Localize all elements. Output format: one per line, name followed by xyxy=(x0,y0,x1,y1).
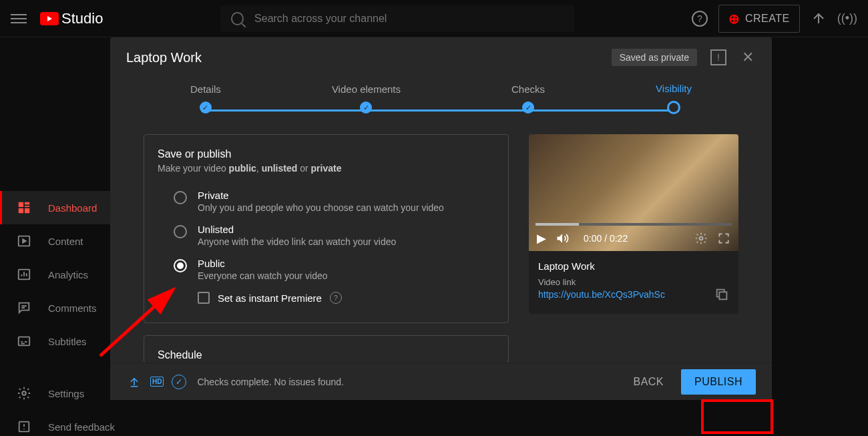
instant-premiere-checkbox[interactable]: Set as instant Premiere ? xyxy=(158,286,495,309)
sidebar-item-label: Settings xyxy=(48,388,84,399)
modal-header: Laptop Work Saved as private ! ✕ xyxy=(110,37,772,77)
check-icon: ✓ xyxy=(360,101,372,114)
dashboard-icon xyxy=(16,200,32,216)
gear-icon xyxy=(16,385,32,401)
sidebar-item-label: Dashboard xyxy=(48,202,97,214)
visibility-option-public[interactable]: PublicEveryone can watch your video xyxy=(158,252,495,286)
step-current-icon xyxy=(667,101,680,114)
play-icon[interactable]: ▶ xyxy=(537,231,546,246)
sidebar-item-label: Send feedback xyxy=(48,421,115,433)
copy-icon[interactable] xyxy=(714,287,729,302)
svg-rect-11 xyxy=(719,292,726,299)
checkbox-icon xyxy=(198,292,210,304)
svg-point-10 xyxy=(700,237,703,240)
radio-icon xyxy=(174,225,187,238)
send-feedback-icon[interactable]: ! xyxy=(710,49,726,65)
content-icon xyxy=(16,233,32,249)
video-preview-panel: ▶ 0:00 / 0:22 Laptop Work Video link htt… xyxy=(529,134,738,363)
step-checks[interactable]: Checks✓ xyxy=(511,83,545,114)
svg-rect-0 xyxy=(19,202,23,207)
radio-selected-icon xyxy=(174,259,187,272)
search-input[interactable] xyxy=(254,13,564,25)
publish-button[interactable]: PUBLISH xyxy=(681,369,756,395)
sidebar-item-label: Content xyxy=(48,236,83,247)
save-status-badge: Saved as private xyxy=(612,49,697,66)
modal-title: Laptop Work xyxy=(126,50,612,65)
schedule-box[interactable]: Schedule xyxy=(144,335,509,363)
upload-icon[interactable] xyxy=(811,11,827,27)
video-thumbnail[interactable]: ▶ 0:00 / 0:22 xyxy=(529,134,738,251)
check-icon: ✓ xyxy=(522,101,534,114)
app-header: Studio ? ⊕ CREATE ((•)) xyxy=(0,0,868,37)
step-video-elements[interactable]: Video elements✓ xyxy=(332,83,401,114)
hamburger-menu-icon[interactable] xyxy=(11,11,27,27)
feedback-icon xyxy=(16,419,32,435)
sidebar-item-label: Comments xyxy=(48,302,97,314)
sidebar-item-label: Analytics xyxy=(48,269,88,280)
comments-icon xyxy=(16,300,32,316)
footer-status-text: Checks complete. No issues found. xyxy=(197,377,343,387)
search-icon xyxy=(231,12,244,25)
help-icon[interactable]: ? xyxy=(692,11,708,27)
hd-badge-icon: HD xyxy=(150,377,164,387)
youtube-play-icon xyxy=(40,12,59,25)
box-title: Save or publish xyxy=(158,148,495,160)
modal-body: Save or publish Make your video public, … xyxy=(110,114,772,363)
visibility-option-private[interactable]: PrivateOnly you and people who you choos… xyxy=(158,184,495,218)
progress-stepper: Details✓ Video elements✓ Checks✓ Visibil… xyxy=(110,83,772,114)
video-preview: ▶ 0:00 / 0:22 Laptop Work Video link htt… xyxy=(529,134,738,314)
sidebar-item-label: Subtitles xyxy=(48,336,87,347)
svg-rect-1 xyxy=(25,202,29,205)
video-link[interactable]: https://youtu.be/XcQs3PvahSc xyxy=(538,289,665,300)
analytics-icon xyxy=(16,266,32,282)
logo-text: Studio xyxy=(61,10,103,27)
upload-status-icons: HD ✓ xyxy=(126,374,186,390)
visibility-option-unlisted[interactable]: UnlistedAnyone with the video link can w… xyxy=(158,218,495,252)
settings-icon[interactable] xyxy=(694,232,708,245)
header-actions: ? ⊕ CREATE ((•)) xyxy=(692,5,857,33)
sidebar-item-feedback[interactable]: Send feedback xyxy=(0,410,171,436)
create-button[interactable]: ⊕ CREATE xyxy=(718,5,800,33)
create-plus-icon: ⊕ xyxy=(728,11,740,27)
box-subtitle: Make your video public, unlisted or priv… xyxy=(158,163,495,174)
upload-progress-icon xyxy=(126,374,142,390)
svg-rect-2 xyxy=(25,206,29,207)
annotation-highlight xyxy=(701,399,773,434)
visibility-options-panel: Save or publish Make your video public, … xyxy=(144,134,509,363)
fullscreen-icon[interactable] xyxy=(717,232,730,245)
subtitles-icon xyxy=(16,333,32,349)
video-time: 0:00 / 0:22 xyxy=(584,233,628,244)
step-details[interactable]: Details✓ xyxy=(190,83,221,114)
svg-point-8 xyxy=(22,391,26,395)
create-label: CREATE xyxy=(745,13,790,25)
video-controls: ▶ 0:00 / 0:22 xyxy=(529,226,738,251)
checks-complete-icon: ✓ xyxy=(172,375,186,389)
check-icon: ✓ xyxy=(200,101,212,114)
video-link-row: https://youtu.be/XcQs3PvahSc xyxy=(538,287,729,302)
svg-rect-4 xyxy=(25,208,29,213)
step-visibility[interactable]: Visibility xyxy=(656,83,692,114)
radio-icon xyxy=(174,191,187,204)
studio-logo[interactable]: Studio xyxy=(40,10,103,27)
close-icon[interactable]: ✕ xyxy=(740,49,756,65)
video-link-label: Video link xyxy=(538,277,729,287)
volume-icon[interactable] xyxy=(556,232,569,245)
preview-video-title: Laptop Work xyxy=(538,260,729,272)
progress-bar[interactable] xyxy=(535,223,732,226)
back-button[interactable]: BACK xyxy=(622,369,674,395)
preview-info: Laptop Work Video link https://youtu.be/… xyxy=(529,251,738,314)
stepper-line xyxy=(210,110,672,112)
help-tooltip-icon[interactable]: ? xyxy=(330,292,342,304)
modal-footer: HD ✓ Checks complete. No issues found. B… xyxy=(110,363,772,400)
footer-buttons: BACK PUBLISH xyxy=(622,369,756,395)
upload-modal: Laptop Work Saved as private ! ✕ Details… xyxy=(110,37,772,400)
svg-rect-3 xyxy=(19,208,23,213)
save-or-publish-box: Save or publish Make your video public, … xyxy=(144,134,509,323)
search-bar[interactable] xyxy=(220,5,574,32)
live-icon[interactable]: ((•)) xyxy=(837,11,857,25)
